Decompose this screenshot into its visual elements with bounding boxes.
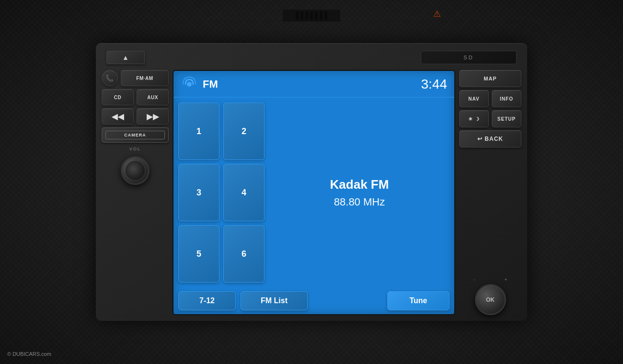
eject-button[interactable]: ▲ <box>106 51 145 64</box>
nav-button[interactable]: NAV <box>459 90 489 107</box>
clock-display: 3:44 <box>421 77 448 92</box>
ok-knob-area: - + OK <box>459 277 521 315</box>
screen-content: 1 2 3 4 5 6 Kadak FM 88.80 MHz <box>173 98 454 287</box>
infotainment-screen: FM 3:44 1 2 3 4 5 6 <box>173 70 455 315</box>
preset-button-6[interactable]: 6 <box>223 225 265 283</box>
right-control-panel: MAP NAV INFO ☀ ☽ SETUP ↩ BACK - + <box>459 70 521 315</box>
station-name: Kadak FM <box>330 177 389 192</box>
screen-header-left: FM <box>181 76 218 93</box>
station-frequency: 88.80 MHz <box>334 196 385 208</box>
ok-label: OK <box>486 296 495 303</box>
volume-knob[interactable] <box>121 156 150 185</box>
ok-knob[interactable]: OK <box>475 284 506 315</box>
preset-button-5[interactable]: 5 <box>178 225 219 283</box>
fmam-button[interactable]: FM·AM <box>121 70 169 86</box>
tune-button[interactable]: Tune <box>387 291 450 310</box>
watermark: © DUBICARS.com <box>7 351 51 357</box>
knob-label-row: - + <box>473 277 507 282</box>
minus-label: - <box>473 277 475 282</box>
camera-button-label: CAMERA <box>105 131 165 139</box>
svg-point-0 <box>187 82 192 87</box>
preset-button-1[interactable]: 1 <box>178 102 219 160</box>
left-control-panel: 📞 FM·AM CD AUX ◀◀ ▶▶ CAMERA VOL <box>102 70 169 315</box>
head-unit: ▲ SD 📞 FM·AM CD AUX ◀◀ ▶▶ <box>96 43 527 321</box>
air-vent-top <box>283 10 340 22</box>
cd-aux-row: CD AUX <box>102 89 169 105</box>
volume-knob-inner <box>126 161 145 180</box>
mode-label: FM <box>203 78 218 91</box>
display-setup-row: ☀ ☽ SETUP <box>459 110 521 127</box>
volume-knob-area <box>102 156 169 185</box>
info-button[interactable]: INFO <box>492 90 521 107</box>
preset-button-4[interactable]: 4 <box>223 164 265 221</box>
preset-button-3[interactable]: 3 <box>178 164 219 221</box>
setup-button[interactable]: SETUP <box>492 110 521 127</box>
plus-label: + <box>505 277 507 282</box>
preset-grid: 1 2 3 4 5 6 <box>178 102 265 283</box>
top-strip: ▲ SD <box>102 49 521 66</box>
forward-button[interactable]: ▶▶ <box>137 108 169 125</box>
radio-wave-icon <box>181 76 198 93</box>
warning-triangle-icon: ⚠ <box>433 9 441 19</box>
phone-button[interactable]: 📞 <box>102 70 118 86</box>
screen-footer: 7-12 FM List Tune <box>173 287 454 314</box>
media-controls-row: ◀◀ ▶▶ <box>102 108 169 125</box>
preset-button-2[interactable]: 2 <box>223 102 265 160</box>
rewind-button[interactable]: ◀◀ <box>102 108 134 125</box>
camera-button[interactable]: CAMERA <box>102 127 169 143</box>
preset-712-button[interactable]: 7-12 <box>178 291 236 310</box>
map-button[interactable]: MAP <box>459 70 521 87</box>
back-button[interactable]: ↩ BACK <box>459 130 521 148</box>
display-button[interactable]: ☀ ☽ <box>459 110 489 127</box>
nav-info-row: NAV INFO <box>459 90 521 107</box>
fm-list-button[interactable]: FM List <box>241 291 308 310</box>
aux-button[interactable]: AUX <box>137 89 169 105</box>
phone-fmam-row: 📞 FM·AM <box>102 70 169 86</box>
main-area: 📞 FM·AM CD AUX ◀◀ ▶▶ CAMERA VOL <box>102 70 521 315</box>
cd-button[interactable]: CD <box>102 89 134 105</box>
screen-header: FM 3:44 <box>173 71 454 98</box>
sd-slot: SD <box>421 51 517 64</box>
station-info: Kadak FM 88.80 MHz <box>269 102 450 283</box>
vol-label: VOL <box>102 147 169 151</box>
dashboard-background: ⚠ ▲ SD 📞 FM·AM CD AUX ◀◀ <box>0 0 623 364</box>
